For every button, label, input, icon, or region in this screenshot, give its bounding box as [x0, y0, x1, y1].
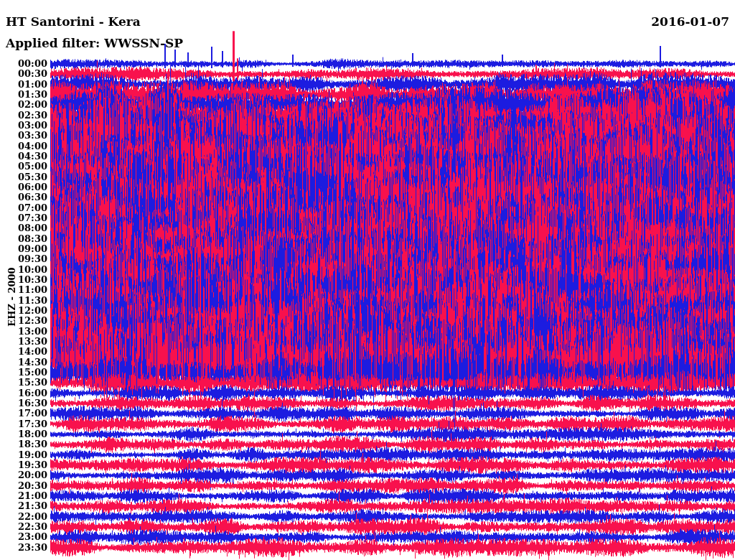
time-label: 04:30	[4, 151, 47, 161]
time-label: 00:30	[4, 69, 47, 78]
time-label: 21:00	[4, 491, 47, 500]
time-label: 09:00	[4, 244, 47, 253]
time-label: 12:00	[4, 306, 47, 315]
time-label: 00:00	[4, 59, 47, 68]
time-label: 14:00	[4, 347, 47, 356]
time-label: 15:00	[4, 368, 47, 377]
time-label: 10:30	[4, 275, 47, 284]
time-label: 11:30	[4, 296, 47, 305]
time-label: 16:00	[4, 388, 47, 398]
time-label: 13:00	[4, 327, 47, 336]
time-label: 13:30	[4, 337, 47, 346]
time-label: 21:30	[4, 501, 47, 510]
time-label: 22:00	[4, 512, 47, 521]
seismogram-canvas	[0, 0, 735, 560]
applied-filter-label: Applied filter: WWSSN-SP	[6, 36, 183, 50]
time-label: 01:30	[4, 90, 47, 99]
time-label: 20:00	[4, 470, 47, 480]
time-label: 20:30	[4, 481, 47, 490]
time-label: 05:30	[4, 172, 47, 182]
time-label: 09:30	[4, 254, 47, 263]
time-label: 04:00	[4, 141, 47, 151]
time-label: 17:30	[4, 419, 47, 429]
time-label: 10:00	[4, 265, 47, 274]
time-label: 22:30	[4, 522, 47, 531]
time-label: 03:00	[4, 121, 47, 130]
time-label: 15:30	[4, 378, 47, 387]
time-label: 19:30	[4, 460, 47, 470]
time-label: 14:30	[4, 358, 47, 367]
time-label: 11:00	[4, 285, 47, 294]
time-label: 16:30	[4, 398, 47, 408]
time-label: 17:00	[4, 409, 47, 418]
time-label: 02:00	[4, 100, 47, 109]
time-label: 02:30	[4, 111, 47, 120]
time-label: 23:00	[4, 532, 47, 541]
time-label: 07:30	[4, 213, 47, 223]
date-label: 2016-01-07	[651, 14, 729, 29]
time-label: 18:30	[4, 439, 47, 449]
time-label: 06:00	[4, 182, 47, 192]
time-label: 08:00	[4, 223, 47, 233]
time-label: 07:00	[4, 203, 47, 213]
time-label: 03:30	[4, 131, 47, 140]
time-label: 08:30	[4, 234, 47, 243]
page-title: HT Santorini - Kera	[6, 14, 141, 29]
time-label: 06:30	[4, 192, 47, 202]
time-label: 18:00	[4, 429, 47, 439]
helicorder-page: HT Santorini - Kera 2016-01-07 Applied f…	[0, 0, 735, 560]
time-label: 05:00	[4, 162, 47, 171]
time-label: 23:30	[4, 543, 47, 552]
time-label: 12:30	[4, 316, 47, 325]
time-label: 19:00	[4, 450, 47, 459]
time-label: 01:00	[4, 80, 47, 89]
